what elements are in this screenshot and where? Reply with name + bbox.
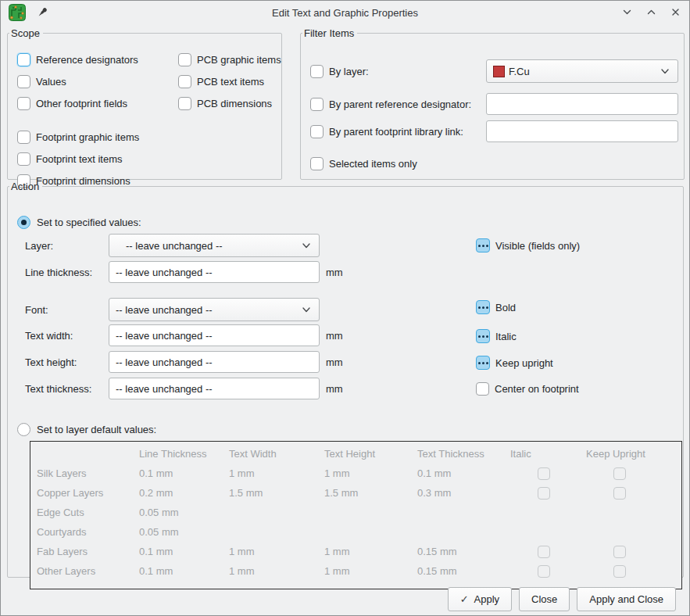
layer-filter-dropdown[interactable]: F.Cu: [486, 59, 678, 83]
table-header-text-height: Text Height: [324, 444, 417, 464]
fab-keep-upright-checkbox[interactable]: [613, 546, 626, 558]
footprint-graphic-items-checkbox[interactable]: [17, 131, 30, 144]
other-keep-upright-checkbox[interactable]: [613, 565, 626, 578]
kicad-pcbnew-icon: [9, 4, 26, 21]
copper-keep-upright-checkbox[interactable]: [613, 487, 626, 500]
center-on-footprint-checkbox[interactable]: [476, 382, 489, 396]
scope-footprint-graphic-items[interactable]: Footprint graphic items: [17, 130, 139, 144]
pcb-graphic-items-checkbox[interactable]: [178, 53, 191, 66]
keep-upright-toggle-row[interactable]: Keep upright: [476, 356, 553, 370]
pcb-dimensions-label: PCB dimensions: [197, 98, 272, 109]
scope-reference-designators[interactable]: Reference designators: [17, 52, 139, 66]
table-header-line-thickness: Line Thickness: [139, 444, 229, 464]
font-dropdown-value: -- leave unchanged --: [116, 304, 213, 316]
action-group: Action Set to specified values: Layer: -…: [7, 181, 684, 578]
layer-filter-value: F.Cu: [509, 66, 530, 77]
italic-tristate-checkbox[interactable]: [476, 329, 490, 343]
row-label-silk-layers: Silk Layers: [30, 464, 139, 483]
line-thickness-input[interactable]: [109, 261, 320, 283]
table-cell: 0.1 mm: [139, 542, 229, 561]
close-button-x-icon[interactable]: [670, 6, 681, 18]
unshade-button-chevron-up-icon[interactable]: [645, 6, 657, 18]
fab-italic-checkbox[interactable]: [538, 546, 550, 558]
table-header-text-width: Text Width: [229, 444, 324, 464]
center-on-footprint-row[interactable]: Center on footprint: [476, 381, 579, 396]
font-dropdown[interactable]: -- leave unchanged --: [109, 298, 320, 321]
parent-lib-input[interactable]: [486, 120, 678, 142]
keep-upright-tristate-checkbox[interactable]: [476, 356, 490, 370]
table-cell: 0.1 mm: [417, 464, 510, 483]
filter-by-layer[interactable]: By layer:: [310, 64, 369, 78]
reference-designators-label: Reference designators: [36, 54, 138, 66]
apply-button[interactable]: ✓ Apply: [448, 587, 512, 611]
set-specified-values-label: Set to specified values:: [37, 217, 141, 228]
set-layer-defaults-radio[interactable]: [17, 423, 30, 436]
text-height-field-label: Text height:: [25, 356, 109, 368]
apply-and-close-button[interactable]: Apply and Close: [577, 587, 676, 611]
pcb-text-items-checkbox[interactable]: [178, 75, 191, 88]
fcu-color-swatch: [493, 66, 505, 77]
footprint-text-items-checkbox[interactable]: [17, 152, 30, 166]
scope-pcb-dimensions[interactable]: PCB dimensions: [178, 96, 281, 110]
set-layer-defaults-label: Set to layer default values:: [37, 424, 156, 435]
close-button[interactable]: Close: [519, 587, 570, 611]
text-width-field-label: Text width:: [25, 330, 109, 342]
set-specified-values-radio[interactable]: [17, 216, 30, 229]
values-checkbox[interactable]: [17, 75, 30, 88]
font-field-label: Font:: [25, 304, 109, 316]
italic-toggle-row[interactable]: Italic: [476, 329, 517, 343]
by-parent-lib-checkbox[interactable]: [310, 125, 324, 138]
center-on-footprint-label: Center on footprint: [495, 383, 579, 395]
copper-italic-checkbox[interactable]: [538, 487, 550, 500]
text-thickness-input[interactable]: [109, 378, 320, 399]
by-parent-lib-label: By parent footprint library link:: [329, 126, 463, 138]
pcb-dimensions-checkbox[interactable]: [178, 97, 191, 110]
visible-label: Visible (fields only): [495, 240, 580, 252]
chevron-down-icon: [301, 304, 312, 315]
text-thickness-field-label: Text thickness:: [25, 383, 109, 395]
table-cell: 0.15 mm: [417, 542, 510, 561]
table-header-keep-upright: Keep Upright: [586, 444, 681, 464]
italic-label: Italic: [495, 331, 517, 342]
scope-legend: Scope: [9, 27, 43, 39]
titlebar[interactable]: Edit Text and Graphic Properties: [1, 1, 689, 23]
silk-italic-checkbox[interactable]: [538, 467, 550, 480]
scope-pcb-graphic-items[interactable]: PCB graphic items: [178, 52, 281, 66]
silk-keep-upright-checkbox[interactable]: [613, 467, 626, 480]
scope-pcb-text-items[interactable]: PCB text items: [178, 74, 281, 88]
set-specified-values-radio-row[interactable]: Set to specified values:: [17, 215, 141, 229]
scope-other-footprint-fields[interactable]: Other footprint fields: [17, 96, 139, 110]
by-layer-checkbox[interactable]: [310, 65, 324, 78]
filter-selected-items-only[interactable]: Selected items only: [310, 156, 417, 170]
scope-footprint-text-items[interactable]: Footprint text items: [17, 152, 139, 166]
bold-toggle-row[interactable]: Bold: [476, 300, 516, 314]
table-cell: 0.2 mm: [139, 483, 229, 503]
filter-by-parent-lib[interactable]: By parent footprint library link:: [310, 124, 463, 138]
line-thickness-field-label: Line thickness:: [25, 267, 109, 278]
reference-designators-checkbox[interactable]: [17, 53, 30, 66]
text-height-input[interactable]: [109, 351, 320, 373]
table-cell: [229, 522, 324, 542]
footprint-text-items-label: Footprint text items: [36, 153, 123, 165]
layer-dropdown[interactable]: -- leave unchanged --: [109, 234, 320, 257]
other-footprint-fields-checkbox[interactable]: [17, 97, 30, 110]
shade-button-chevron-down-icon[interactable]: [621, 6, 633, 18]
text-width-input[interactable]: [109, 324, 320, 346]
set-layer-defaults-radio-row[interactable]: Set to layer default values:: [17, 422, 156, 436]
other-italic-checkbox[interactable]: [538, 565, 550, 578]
table-cell: 0.1 mm: [139, 561, 229, 581]
visible-toggle-row[interactable]: Visible (fields only): [476, 238, 580, 252]
filter-by-parent-ref[interactable]: By parent reference designator:: [310, 97, 471, 111]
pin-icon[interactable]: [35, 5, 49, 20]
footprint-graphic-items-label: Footprint graphic items: [36, 131, 139, 143]
edit-text-graphic-properties-dialog: Edit Text and Graphic Properties Scope R…: [0, 0, 690, 616]
scope-values[interactable]: Values: [17, 74, 139, 88]
by-parent-ref-checkbox[interactable]: [310, 98, 324, 111]
visible-tristate-checkbox[interactable]: [476, 238, 490, 252]
other-footprint-fields-label: Other footprint fields: [36, 98, 127, 109]
bold-tristate-checkbox[interactable]: [476, 300, 490, 314]
table-cell: 0.3 mm: [417, 483, 510, 503]
parent-ref-input[interactable]: [486, 93, 678, 115]
selected-items-only-checkbox[interactable]: [310, 157, 324, 170]
values-label: Values: [36, 76, 66, 88]
